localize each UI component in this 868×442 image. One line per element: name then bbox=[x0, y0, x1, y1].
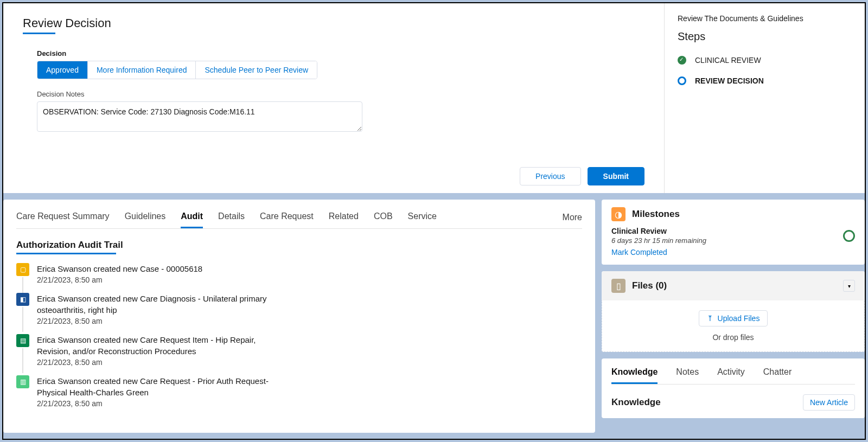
knowledge-card: Knowledge Notes Activity Chatter Knowled… bbox=[602, 358, 865, 418]
step-clinical-review[interactable]: CLINICAL REVIEW bbox=[678, 56, 852, 65]
audit-item: ◧ Erica Swanson created new Care Diagnos… bbox=[16, 293, 582, 325]
step-label: REVIEW DECISION bbox=[695, 76, 764, 85]
files-card: ▯ Files (0) ▾ ⤒ Upload Files Or drop fil… bbox=[602, 271, 865, 352]
decision-label: Decision bbox=[37, 49, 644, 57]
audit-list: ▢ Erica Swanson created new Case - 00005… bbox=[16, 263, 582, 408]
case-icon: ▢ bbox=[16, 263, 29, 276]
files-dropdown-button[interactable]: ▾ bbox=[843, 280, 855, 292]
current-step-icon bbox=[678, 76, 686, 85]
files-icon: ▯ bbox=[611, 279, 626, 293]
audit-trail-heading: Authorization Audit Trail bbox=[16, 240, 582, 251]
sidebar-title: Review The Documents & Guidelines bbox=[678, 14, 852, 23]
step-review-decision[interactable]: REVIEW DECISION bbox=[678, 76, 852, 85]
audit-desc: Erica Swanson created new Care Request -… bbox=[37, 375, 297, 398]
milestones-heading: Milestones bbox=[632, 209, 680, 220]
diagnosis-icon: ◧ bbox=[16, 293, 29, 306]
request-icon: ▥ bbox=[16, 375, 29, 388]
audit-time: 2/21/2023, 8:50 am bbox=[37, 276, 202, 284]
audit-time: 2/21/2023, 8:50 am bbox=[37, 358, 286, 367]
tab-details[interactable]: Details bbox=[218, 206, 245, 228]
tab-related[interactable]: Related bbox=[329, 206, 359, 228]
page-title: Review Decision bbox=[23, 16, 644, 30]
milestone-name: Clinical Review bbox=[611, 227, 855, 235]
request-item-icon: ▤ bbox=[16, 334, 29, 347]
progress-ring-icon bbox=[843, 230, 855, 242]
tab-knowledge[interactable]: Knowledge bbox=[611, 362, 658, 384]
knowledge-heading: Knowledge bbox=[611, 397, 661, 408]
milestone-remaining: 6 days 23 hr 15 min remaining bbox=[611, 236, 855, 245]
check-icon bbox=[678, 56, 686, 65]
decision-option-more-info[interactable]: More Information Required bbox=[88, 61, 196, 79]
milestone-icon: ◑ bbox=[611, 207, 626, 221]
tab-cob[interactable]: COB bbox=[374, 206, 393, 228]
steps-sidebar: Review The Documents & Guidelines Steps … bbox=[664, 3, 865, 193]
drop-files-text: Or drop files bbox=[612, 333, 854, 342]
tab-care-request-summary[interactable]: Care Request Summary bbox=[16, 206, 110, 228]
review-decision-panel: Review Decision Decision Approved More I… bbox=[3, 3, 865, 193]
milestones-card: ◑ Milestones Clinical Review 6 days 23 h… bbox=[602, 200, 865, 265]
tab-notes[interactable]: Notes bbox=[676, 362, 699, 384]
upload-files-button[interactable]: ⤒ Upload Files bbox=[699, 310, 768, 326]
decision-notes-label: Decision Notes bbox=[37, 90, 644, 98]
tab-chatter[interactable]: Chatter bbox=[763, 362, 792, 384]
files-heading: Files (0) bbox=[632, 280, 667, 291]
decision-button-group: Approved More Information Required Sched… bbox=[37, 61, 317, 79]
mark-completed-link[interactable]: Mark Completed bbox=[611, 248, 667, 257]
tab-audit[interactable]: Audit bbox=[181, 206, 203, 228]
upload-icon: ⤒ bbox=[707, 314, 713, 323]
audit-desc: Erica Swanson created new Care Diagnosis… bbox=[37, 293, 286, 316]
tabs-more[interactable]: More bbox=[563, 207, 582, 228]
decision-notes-textarea[interactable] bbox=[37, 101, 362, 132]
record-tabs: Care Request Summary Guidelines Audit De… bbox=[16, 206, 582, 229]
audit-item: ▤ Erica Swanson created new Care Request… bbox=[16, 334, 582, 367]
tab-care-request[interactable]: Care Request bbox=[260, 206, 314, 228]
audit-time: 2/21/2023, 8:50 am bbox=[37, 317, 286, 325]
steps-heading: Steps bbox=[678, 30, 852, 43]
tab-service[interactable]: Service bbox=[408, 206, 437, 228]
audit-desc: Erica Swanson created new Case - 0000561… bbox=[37, 263, 202, 274]
previous-button[interactable]: Previous bbox=[520, 167, 580, 185]
title-underline bbox=[23, 33, 55, 34]
upload-label: Upload Files bbox=[718, 314, 760, 323]
audit-underline bbox=[16, 253, 116, 254]
audit-desc: Erica Swanson created new Care Request I… bbox=[37, 334, 286, 357]
audit-time: 2/21/2023, 8:50 am bbox=[37, 399, 297, 408]
record-detail-panel: Care Request Summary Guidelines Audit De… bbox=[3, 200, 595, 433]
step-label: CLINICAL REVIEW bbox=[695, 56, 761, 65]
audit-item: ▥ Erica Swanson created new Care Request… bbox=[16, 375, 582, 408]
new-article-button[interactable]: New Article bbox=[803, 394, 855, 411]
audit-item: ▢ Erica Swanson created new Case - 00005… bbox=[16, 263, 582, 284]
knowledge-tabs: Knowledge Notes Activity Chatter bbox=[611, 362, 855, 385]
decision-option-schedule-p2p[interactable]: Schedule Peer to Peer Review bbox=[196, 61, 317, 79]
tab-activity[interactable]: Activity bbox=[717, 362, 745, 384]
decision-option-approved[interactable]: Approved bbox=[37, 61, 88, 79]
submit-button[interactable]: Submit bbox=[588, 167, 644, 185]
tab-guidelines[interactable]: Guidelines bbox=[125, 206, 166, 228]
